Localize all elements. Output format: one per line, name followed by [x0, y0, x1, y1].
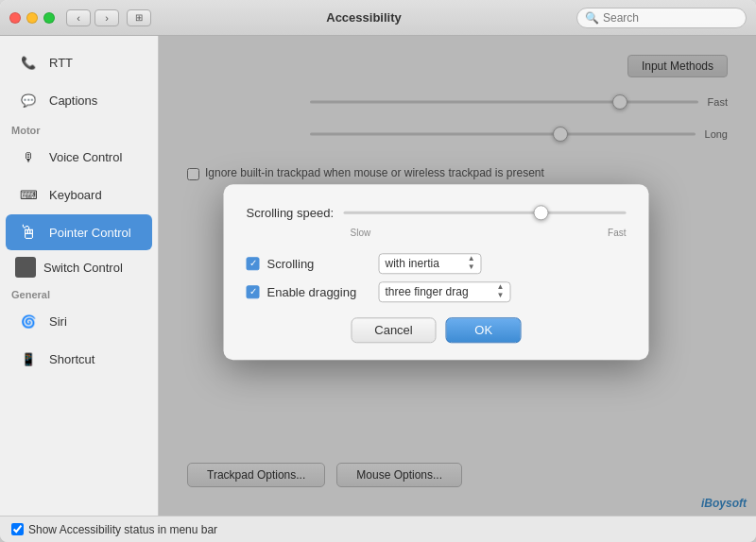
modal-buttons: Cancel OK — [247, 317, 627, 343]
minimize-button[interactable] — [26, 12, 38, 24]
cancel-button[interactable]: Cancel — [351, 317, 436, 343]
speed-thumb[interactable] — [534, 205, 549, 220]
speed-label-row: Scrolling speed: — [247, 203, 627, 222]
modal-speed-label: Scrolling speed: — [247, 206, 335, 220]
sidebar-item-label: Voice Control — [49, 150, 122, 164]
sidebar: 📞 RTT 💬 Captions Motor 🎙 Voice Control ⌨… — [0, 36, 159, 516]
modal-dialog: Scrolling speed: Slow Fast — [224, 184, 649, 360]
select-arrows-icon: ▲ ▼ — [497, 283, 505, 300]
scrolling-select[interactable]: with inertia ▲ ▼ — [379, 253, 482, 274]
ok-button[interactable]: OK — [446, 317, 522, 343]
speed-track — [343, 212, 627, 214]
pointer-control-icon: 🖱 — [15, 219, 42, 246]
sidebar-section-general: General — [0, 283, 158, 302]
check-icon: ✓ — [249, 259, 257, 268]
sidebar-item-keyboard[interactable]: ⌨ Keyboard — [6, 177, 152, 212]
content-area: Input Methods Fast — [159, 36, 756, 516]
shortcut-icon: 📱 — [15, 346, 42, 372]
switch-control-icon — [15, 257, 36, 278]
traffic-lights — [9, 12, 55, 24]
scrolling-value: with inertia — [386, 257, 439, 270]
sidebar-item-siri[interactable]: 🌀 Siri — [6, 303, 152, 339]
sidebar-item-rtt[interactable]: 📞 RTT — [6, 44, 152, 80]
slow-label: Slow — [351, 228, 371, 238]
sidebar-item-label: Switch Control — [43, 261, 123, 275]
sidebar-item-pointer-control[interactable]: 🖱 Pointer Control — [6, 214, 152, 250]
accessibility-status-checkbox[interactable] — [11, 523, 24, 535]
scrolling-checkbox[interactable]: ✓ — [247, 257, 260, 270]
dragging-option-row: ✓ Enable dragging three finger drag ▲ ▼ — [247, 281, 627, 302]
titlebar: ‹ › ⊞ Accessibility 🔍 — [0, 0, 756, 36]
select-arrows-icon: ▲ ▼ — [468, 255, 475, 272]
sidebar-item-captions[interactable]: 💬 Captions — [6, 82, 152, 118]
sidebar-item-label: Siri — [49, 314, 67, 329]
search-input[interactable] — [603, 11, 738, 25]
modal-speed-section: Scrolling speed: Slow Fast — [247, 203, 627, 238]
modal-options: ✓ Scrolling with inertia ▲ ▼ — [247, 253, 627, 302]
keyboard-icon: ⌨ — [15, 181, 42, 208]
search-bar[interactable]: 🔍 — [576, 8, 747, 28]
captions-icon: 💬 — [15, 87, 42, 113]
scrolling-label: Scrolling — [267, 257, 371, 271]
rtt-icon: 📞 — [15, 49, 42, 76]
nav-buttons: ‹ › — [66, 9, 119, 26]
dragging-label: Enable dragging — [267, 285, 371, 299]
voice-control-icon: 🎙 — [15, 144, 42, 170]
check-icon: ✓ — [249, 287, 257, 296]
sidebar-item-label: Pointer Control — [49, 226, 131, 240]
sidebar-item-shortcut[interactable]: 📱 Shortcut — [6, 341, 152, 377]
main-window: ‹ › ⊞ Accessibility 🔍 📞 RTT 💬 Captions M… — [0, 0, 756, 542]
search-icon: 🔍 — [585, 11, 599, 25]
sidebar-item-switch-control[interactable]: Switch Control — [6, 252, 152, 282]
speed-slider[interactable] — [343, 203, 627, 222]
sidebar-item-label: Keyboard — [49, 188, 102, 202]
main-content: 📞 RTT 💬 Captions Motor 🎙 Voice Control ⌨… — [0, 36, 756, 516]
accessibility-status-label: Show Accessibility status in menu bar — [28, 523, 217, 536]
speed-labels-row: Slow Fast — [247, 228, 627, 238]
sidebar-item-label: RTT — [49, 56, 73, 70]
grid-button[interactable]: ⊞ — [127, 9, 151, 26]
sidebar-item-label: Captions — [49, 93, 97, 108]
sidebar-section-motor: Motor — [0, 119, 158, 138]
back-button[interactable]: ‹ — [66, 9, 91, 26]
dragging-select[interactable]: three finger drag ▲ ▼ — [379, 281, 511, 302]
status-bar: Show Accessibility status in menu bar — [0, 516, 756, 542]
maximize-button[interactable] — [43, 12, 55, 24]
fast-label: Fast — [608, 228, 626, 238]
forward-button[interactable]: › — [94, 9, 119, 26]
status-bar-label[interactable]: Show Accessibility status in menu bar — [11, 523, 217, 536]
sidebar-item-label: Shortcut — [49, 352, 94, 366]
close-button[interactable] — [9, 12, 21, 24]
dragging-checkbox[interactable]: ✓ — [247, 285, 260, 298]
dragging-value: three finger drag — [386, 285, 469, 298]
sidebar-item-voice-control[interactable]: 🎙 Voice Control — [6, 139, 152, 175]
siri-icon: 🌀 — [15, 308, 42, 334]
window-title: Accessibility — [151, 10, 576, 25]
scrolling-option-row: ✓ Scrolling with inertia ▲ ▼ — [247, 253, 627, 274]
